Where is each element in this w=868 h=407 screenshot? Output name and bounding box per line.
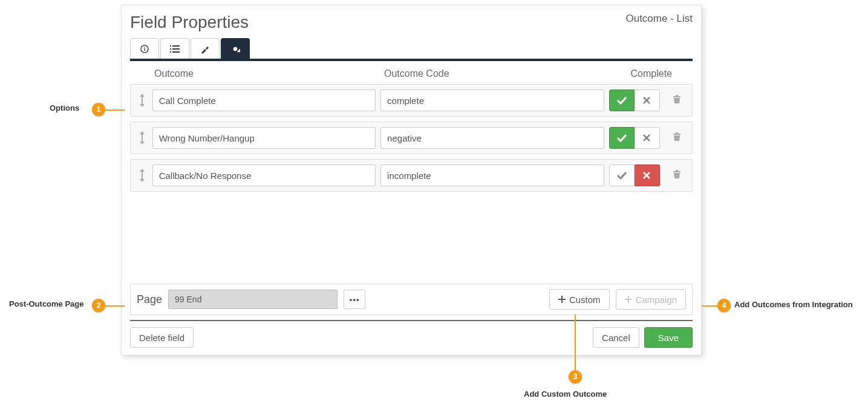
callout-badge-2: 2 <box>92 299 105 312</box>
outcome-name-input[interactable] <box>152 90 376 111</box>
complete-yes-button[interactable] <box>609 90 635 111</box>
save-button[interactable]: Save <box>644 327 693 348</box>
col-header-complete: Complete <box>631 68 672 79</box>
delete-row-button[interactable] <box>668 132 686 144</box>
tab-list[interactable] <box>160 38 189 59</box>
col-header-code: Outcome Code <box>384 68 613 79</box>
panel-header: Field Properties Outcome - List <box>130 13 693 32</box>
delete-field-button[interactable]: Delete field <box>130 327 194 348</box>
page-label: Page <box>137 293 162 306</box>
drag-handle-icon[interactable] <box>137 94 148 107</box>
callout-leader-2 <box>105 305 125 307</box>
callout-leader-4 <box>702 305 717 307</box>
complete-yes-button[interactable] <box>609 164 635 186</box>
svg-rect-8 <box>172 51 180 53</box>
x-icon <box>643 97 650 104</box>
tab-settings[interactable] <box>221 38 250 59</box>
page-bar: Page ••• Custom Campaign <box>130 284 693 315</box>
outcome-rows <box>130 84 693 192</box>
callout-leader-3 <box>575 314 576 370</box>
table-row <box>130 122 693 154</box>
complete-no-button[interactable] <box>635 164 660 186</box>
svg-rect-1 <box>144 48 145 50</box>
check-icon <box>617 96 627 105</box>
info-icon <box>140 45 149 53</box>
plus-icon <box>558 296 566 303</box>
delete-row-button[interactable] <box>668 94 686 106</box>
complete-toggle <box>609 90 660 111</box>
add-custom-button[interactable]: Custom <box>549 289 610 310</box>
outcome-name-input[interactable] <box>152 164 376 186</box>
complete-toggle <box>609 164 660 186</box>
field-properties-panel: Field Properties Outcome - List Outcome … <box>121 5 702 356</box>
page-title: Field Properties <box>130 13 249 32</box>
callout-label-2: Post-Outcome Page <box>9 299 84 308</box>
svg-rect-5 <box>170 48 171 50</box>
trash-icon <box>673 132 681 142</box>
svg-rect-2 <box>144 47 145 47</box>
callout-label-3: Add Custom Outcome <box>524 389 607 399</box>
drag-handle-icon[interactable] <box>137 169 148 182</box>
check-icon <box>617 134 627 142</box>
page-browse-button[interactable]: ••• <box>344 290 365 309</box>
col-header-outcome: Outcome <box>154 68 384 79</box>
outcome-code-input[interactable] <box>380 127 604 149</box>
tab-style[interactable] <box>191 38 220 59</box>
callout-label-1: Options <box>50 103 79 112</box>
page-subtitle: Outcome - List <box>625 13 693 25</box>
outcome-name-input[interactable] <box>152 127 376 149</box>
delete-row-button[interactable] <box>668 169 686 181</box>
callout-label-4: Add Outcomes from Integration <box>734 300 853 309</box>
tab-info[interactable] <box>130 38 159 59</box>
table-row <box>130 159 693 192</box>
add-campaign-button[interactable]: Campaign <box>616 289 686 310</box>
list-icon <box>170 45 180 53</box>
outcome-code-input[interactable] <box>380 164 604 186</box>
plus-icon <box>625 296 632 303</box>
svg-rect-7 <box>170 51 171 53</box>
complete-no-button[interactable] <box>635 127 660 149</box>
drag-handle-icon[interactable] <box>137 131 148 145</box>
trash-icon <box>673 94 681 104</box>
cancel-button[interactable]: Cancel <box>593 327 639 348</box>
page-select[interactable] <box>168 290 338 309</box>
table-row <box>130 84 693 117</box>
callout-badge-4: 4 <box>717 299 731 312</box>
footer: Delete field Cancel Save <box>130 320 693 348</box>
add-custom-label: Custom <box>569 295 601 305</box>
callout-badge-1: 1 <box>92 103 105 116</box>
gear-icon <box>230 44 240 54</box>
outcome-code-input[interactable] <box>380 90 604 111</box>
check-icon <box>617 171 627 180</box>
spacer <box>130 192 693 284</box>
svg-rect-3 <box>170 45 171 47</box>
add-campaign-label: Campaign <box>636 295 677 305</box>
eyedropper-icon <box>200 44 210 54</box>
x-icon <box>643 134 650 142</box>
tabs <box>130 38 693 61</box>
complete-toggle <box>609 127 660 149</box>
x-icon <box>643 172 650 179</box>
svg-rect-4 <box>172 45 180 47</box>
complete-yes-button[interactable] <box>609 127 635 149</box>
complete-no-button[interactable] <box>635 90 660 111</box>
column-headers: Outcome Outcome Code Complete <box>130 61 693 84</box>
callout-badge-3: 3 <box>569 370 582 383</box>
svg-rect-6 <box>172 48 180 50</box>
callout-leader-1 <box>105 109 125 111</box>
trash-icon <box>673 169 681 179</box>
